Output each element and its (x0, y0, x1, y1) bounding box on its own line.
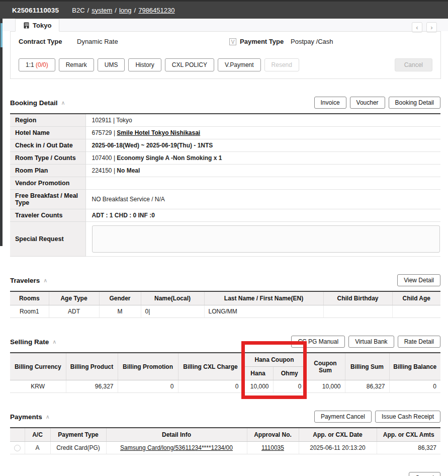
rate-detail-button[interactable]: Rate Detail (398, 336, 440, 348)
table-row: Hotel Name 675729 | Smile Hotel Tokyo Ni… (10, 127, 440, 139)
section-title: Booking Detail (10, 99, 58, 107)
one-to-one-button[interactable]: 1:1 (0/0) (19, 58, 55, 71)
cell-app-cxl-amts: 86,327 (377, 442, 440, 454)
scrollbar-thumb[interactable] (1, 23, 3, 47)
hotel-name-link[interactable]: Smile Hotel Tokyo Nishikasai (117, 129, 200, 136)
row-label: Check in / Out Date (10, 139, 85, 152)
booking-id: K25061110035 (12, 7, 59, 14)
tab-tokyo[interactable]: Tokyo (15, 19, 59, 32)
row-label: Free Breakfast / Meal Type (10, 190, 85, 209)
col-name-en: Last Name / First Name(EN) (204, 291, 323, 305)
room-plan-code: 224150 | (92, 167, 117, 174)
table-row: Special Request (10, 222, 440, 257)
booking-detail-table: Region 102911 | Tokyo Hotel Name 675729 … (10, 113, 440, 257)
col-select (10, 428, 25, 442)
voucher-button[interactable]: Voucher (350, 97, 385, 109)
table-row: Room1 ADT M 0| LONG/MM (10, 305, 440, 318)
payment-row-radio[interactable] (14, 445, 21, 451)
cxl-policy-button[interactable]: CXL POLICY (165, 58, 214, 71)
payment-cancel-button[interactable]: Payment Cancel (314, 411, 372, 423)
payment-detail-link[interactable]: Samsung Card/long/53611234****1234/00 (120, 444, 233, 451)
cell-name-en: LONG/MM (204, 305, 323, 318)
col-hana: Hana (243, 367, 273, 380)
virtual-bank-button[interactable]: Virtual Bank (348, 336, 394, 348)
chevron-left-icon: ‹ (416, 24, 418, 31)
contract-type-label: Contract Type (19, 38, 77, 45)
invoice-button[interactable]: Invoice (314, 97, 346, 109)
special-request-textarea[interactable] (92, 225, 440, 253)
breadcrumb-channel: B2C (72, 7, 84, 14)
cell-billing-currency: KRW (10, 380, 66, 393)
room-type-value: Economy Single A -Non Smoking x 1 (117, 154, 222, 162)
travelers-table: Rooms Age Type Gender Name(Local) Last N… (10, 291, 440, 318)
breadcrumb-link-user[interactable]: long (119, 7, 132, 14)
payment-type-value: Postpay /Cash (291, 38, 333, 45)
building-icon (23, 22, 30, 29)
col-payment-type: Payment Type (50, 428, 106, 442)
breadcrumb-link-number[interactable]: 7986451230 (138, 7, 174, 14)
col-app-cxl-date: App. or CXL Date (299, 428, 377, 442)
col-gender: Gender (99, 291, 141, 305)
col-app-cxl-amts: App. or CXL Amts (377, 428, 440, 442)
col-age-type: Age Type (49, 291, 99, 305)
row-label: Vendor Promotion (10, 177, 85, 190)
tab-label: Tokyo (33, 22, 51, 29)
table-row: Check in / Out Date 2025-06-18(Wed) ~ 20… (10, 139, 440, 152)
one-to-one-count: (0/0) (36, 61, 48, 68)
topbar: K25061110035 B2C / system / long / 79864… (0, 0, 448, 19)
summary-panel: Contract Type Dynamic Rate V Payment Typ… (10, 31, 441, 79)
v-payment-button[interactable]: V.Payment (218, 58, 261, 71)
cash-receipt-header: Cash Receipt Issued List ∧ Cancel (10, 472, 440, 476)
collapse-icon[interactable]: ∧ (61, 100, 65, 106)
table-row: A Credit Card(PG) Samsung Card/long/5361… (10, 442, 440, 454)
collapse-icon[interactable]: ∧ (46, 414, 50, 420)
col-billing-promotion: Billing Promotion (118, 353, 178, 380)
cc-pg-manual-button[interactable]: CC PG Manual (291, 336, 345, 348)
col-approval-no: Approval No. (247, 428, 299, 442)
table-row: KRW 96,327 0 0 10,000 0 10,000 86,327 0 (10, 380, 440, 393)
cell-ohmy: 0 (273, 380, 306, 393)
contract-type-value: Dynamic Rate (77, 38, 229, 45)
col-billing-currency: Billing Currency (10, 353, 66, 380)
cell-name-local: 0| (141, 305, 204, 318)
section-title: Selling Rate (10, 338, 49, 346)
breadcrumb-link-system[interactable]: system (92, 7, 112, 14)
cell-child-birthday (323, 305, 392, 318)
table-row: Room Type / Counts 107400 | Economy Sing… (10, 152, 440, 165)
resend-button: Resend (264, 58, 299, 71)
col-name-local: Name(Local) (141, 291, 204, 305)
table-header-row: A/C Payment Type Detail Info Approval No… (10, 428, 440, 442)
col-group-hana-coupon: Hana Coupon (243, 353, 306, 367)
table-row: Room Plan 224150 | No Meal (10, 165, 440, 177)
selling-rate-table: Billing Currency Billing Product Billing… (10, 352, 440, 393)
remark-button[interactable]: Remark (59, 58, 94, 71)
row-label: Room Type / Counts (10, 152, 85, 165)
approval-no-link[interactable]: 1110035 (261, 444, 284, 451)
one-to-one-label: 1:1 (26, 61, 36, 68)
cell-rooms: Room1 (10, 305, 49, 318)
booking-detail-button[interactable]: Booking Detail (389, 97, 440, 109)
region-value: 102911 | Tokyo (85, 114, 440, 127)
booking-detail-header: Booking Detail ∧ Invoice Voucher Booking… (10, 97, 440, 109)
row-label: Room Plan (10, 165, 85, 177)
table-header-row: Rooms Age Type Gender Name(Local) Last N… (10, 291, 440, 305)
table-row: Region 102911 | Tokyo (10, 114, 440, 127)
payments-header: Payments ∧ Payment Cancel Issue Cash Rec… (10, 411, 440, 423)
history-button[interactable]: History (128, 58, 161, 71)
collapse-icon[interactable]: ∧ (52, 339, 56, 345)
cell-child-age (392, 305, 440, 318)
cell-coupon-sum: 10,000 (306, 380, 345, 393)
row-label: Traveler Counts (10, 209, 85, 222)
cell-billing-cxl-charge: 0 (178, 380, 243, 393)
col-detail-info: Detail Info (106, 428, 247, 442)
cell-gender: M (99, 305, 141, 318)
view-detail-button[interactable]: View Detail (397, 274, 440, 286)
issue-cash-receipt-button[interactable]: Issue Cash Receipt (375, 411, 440, 423)
cell-hana: 10,000 (243, 380, 273, 393)
cash-receipt-cancel-button[interactable]: Cancel (409, 472, 440, 476)
collapse-icon[interactable]: ∧ (43, 277, 47, 284)
ums-button[interactable]: UMS (98, 58, 125, 71)
cell-billing-product: 96,327 (66, 380, 118, 393)
col-billing-product: Billing Product (66, 353, 118, 380)
row-label: Hotel Name (10, 127, 85, 139)
